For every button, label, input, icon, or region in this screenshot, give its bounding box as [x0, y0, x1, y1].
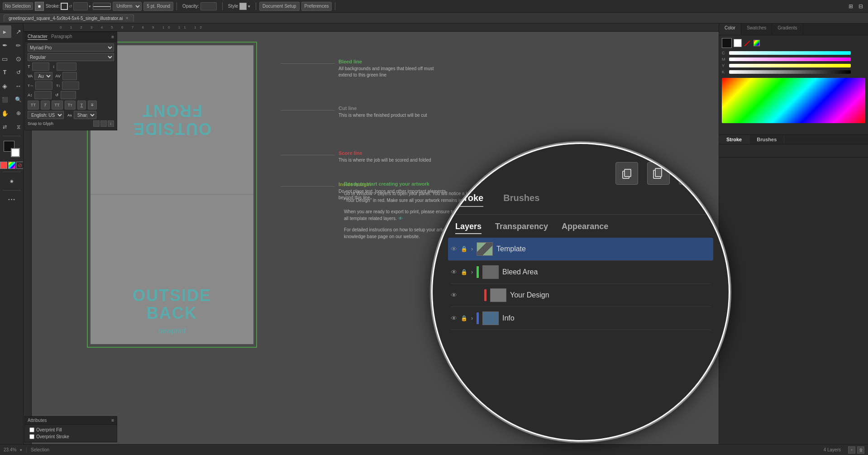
transparency-large-tab[interactable]: Transparency	[495, 222, 548, 234]
brushes-tab[interactable]: Brushes	[749, 135, 784, 144]
gradient-icon[interactable]	[8, 162, 15, 169]
pen-tool-btn[interactable]: ✒	[0, 39, 11, 52]
magenta-slider[interactable]	[729, 57, 851, 61]
brushes-large-tab[interactable]: Brushes	[503, 189, 550, 207]
opacity-input[interactable]: 100%	[200, 2, 217, 10]
no-color-btn[interactable]	[744, 39, 751, 47]
attributes-menu-icon[interactable]: ≡	[111, 418, 114, 423]
stroke-arrow-icon[interactable]: ▾	[89, 4, 91, 9]
preferences-btn[interactable]: Preferences	[301, 2, 332, 11]
workspace-arrange-icon[interactable]: ⊞	[846, 2, 855, 11]
rectangle-tool-btn[interactable]: ▭	[0, 53, 11, 65]
info-eye-btn[interactable]: 👁	[451, 315, 457, 322]
baseline-input[interactable]: 0 pt	[34, 91, 52, 99]
shear-tool-btn[interactable]: ⇄	[0, 120, 11, 133]
workspace-layout-icon[interactable]: ⊟	[856, 2, 865, 11]
stroke-size-btn[interactable]: 5 pt. Round	[143, 2, 173, 11]
antialiasing-select[interactable]: Sharp	[74, 111, 96, 119]
tab-close-btn[interactable]: ✕	[125, 16, 129, 20]
language-select[interactable]: English: USA	[28, 111, 64, 119]
stroke-color-indicator[interactable]	[11, 148, 20, 157]
font-style-select[interactable]: Regular	[28, 53, 114, 61]
stroke-tab[interactable]: Stroke	[719, 135, 749, 144]
zoom2-tool-btn[interactable]: ⊕	[12, 107, 24, 120]
appearance-large-tab[interactable]: Appearance	[562, 222, 608, 234]
gradients-tab[interactable]: Gradients	[772, 24, 803, 35]
strikethrough-btn[interactable]: T	[88, 101, 97, 110]
spectrum-icon[interactable]	[754, 40, 760, 46]
scale-tool-btn[interactable]: ↔	[12, 80, 24, 92]
stroke-color-box[interactable]	[61, 3, 68, 10]
cyan-slider[interactable]	[729, 51, 851, 55]
stroke-width-input[interactable]: 1 pt	[73, 2, 88, 10]
italic-btn[interactable]: T	[41, 101, 50, 110]
tracking-input[interactable]: 0	[62, 72, 77, 80]
info-lock-btn[interactable]: 🔒	[461, 315, 467, 321]
kerning-select[interactable]: Auto	[34, 72, 52, 80]
file-tab[interactable]: greetingcard_square_4-5x9to4-5x4-5_singl…	[4, 14, 134, 22]
symbol-tool-btn[interactable]: ◉	[5, 175, 18, 187]
info-expand-btn[interactable]: ›	[471, 315, 473, 321]
template-lock-btn[interactable]: 🔒	[461, 246, 467, 252]
template-layer-row[interactable]: 👁 🔒 › Template	[448, 238, 713, 261]
zoom-arrow-icon[interactable]: ▾	[20, 448, 22, 452]
none-icon[interactable]	[0, 162, 7, 169]
smallcaps-btn[interactable]: TT	[65, 101, 76, 110]
background-color[interactable]	[734, 39, 742, 47]
pencil-tool-btn[interactable]: ✏	[12, 39, 24, 52]
snap-info-icon[interactable]: i	[108, 120, 114, 127]
stroke-large-tab[interactable]: Stroke	[455, 189, 494, 207]
font-size-input[interactable]: 12 pt	[32, 62, 49, 71]
ellipse-tool-btn[interactable]: ⊙	[12, 53, 24, 65]
delete-layer-btn[interactable]: 🗑	[857, 446, 864, 454]
paint-bucket-btn[interactable]: ⬛	[0, 93, 11, 106]
yellow-slider[interactable]	[729, 64, 851, 67]
bleed-eye-btn[interactable]: 👁	[451, 268, 457, 276]
caps-btn[interactable]: TT	[52, 101, 63, 110]
copy-icon-btn[interactable]	[615, 162, 638, 185]
font-family-select[interactable]: Myriad Pro	[28, 43, 114, 52]
direct-selection-tool-btn[interactable]: ↗	[12, 25, 24, 38]
rotation-input[interactable]: 0°	[61, 91, 76, 99]
reflect-tool-btn[interactable]: ◈	[0, 80, 11, 92]
style-swatch[interactable]	[239, 3, 247, 10]
color-spectrum[interactable]	[722, 78, 865, 123]
swatches-tab[interactable]: Swatches	[741, 24, 772, 35]
style-arrow-icon[interactable]: ▾	[248, 4, 250, 9]
character-tab[interactable]: Character	[28, 34, 48, 40]
bleed-expand-btn[interactable]: ›	[471, 269, 473, 275]
color-tab[interactable]: Color	[719, 24, 741, 35]
pattern-icon[interactable]: ⊘	[16, 162, 24, 169]
overprint-fill-checkbox[interactable]	[29, 427, 34, 432]
hand-tool-btn[interactable]: ✋	[0, 107, 11, 120]
zoom-tool-btn[interactable]: 🔍	[12, 93, 24, 106]
document-setup-btn[interactable]: Document Setup	[259, 2, 300, 11]
template-expand-btn[interactable]: ›	[471, 246, 473, 252]
selection-tool-btn[interactable]: ▸	[0, 25, 11, 38]
info-layer-row[interactable]: 👁 🔒 › Info	[451, 307, 711, 330]
foreground-color[interactable]	[722, 38, 732, 48]
stroke-uniform-select[interactable]: Uniform	[113, 2, 142, 11]
black-slider[interactable]	[729, 70, 851, 74]
overprint-stroke-checkbox[interactable]	[29, 434, 34, 439]
template-eye-btn[interactable]: 👁	[451, 245, 457, 253]
your-design-layer-row[interactable]: 👁 Your Design	[451, 284, 711, 307]
snap-icon-1[interactable]	[93, 120, 100, 127]
new-layer-btn[interactable]: +	[848, 446, 855, 454]
h-scale-input[interactable]: 100%	[35, 81, 52, 90]
panel-menu-icon[interactable]: ≡	[111, 34, 114, 39]
layers-large-tab[interactable]: Layers	[455, 222, 482, 234]
fill-color-swatch[interactable]: ■	[35, 2, 44, 11]
rotate-tool-btn[interactable]: ↺	[12, 66, 24, 79]
more-tools-btn[interactable]: • • •	[5, 193, 18, 206]
bleed-lock-btn[interactable]: 🔒	[461, 269, 467, 275]
blend-tool-btn[interactable]: ⧖	[12, 120, 24, 133]
bold-btn[interactable]: TT	[28, 101, 39, 110]
leading-input[interactable]: (14.4 pt)	[57, 62, 76, 71]
design-eye-btn[interactable]: 👁	[451, 292, 457, 299]
bleed-area-layer-row[interactable]: 👁 🔒 › Bleed Area	[451, 261, 711, 284]
paragraph-tab[interactable]: Paragraph	[51, 34, 72, 40]
v-scale-input[interactable]: 100%	[62, 81, 79, 90]
snap-icon-2[interactable]	[100, 120, 107, 127]
underline-btn[interactable]: T	[77, 101, 86, 110]
